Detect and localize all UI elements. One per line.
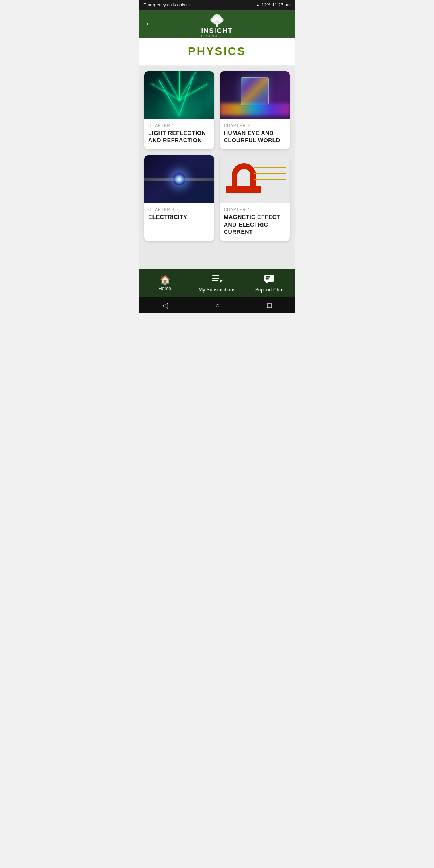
back-button[interactable]: ← [145,18,154,29]
chapter-3-info: CHAPTER 3 ELECTRICITY [144,203,214,226]
support-icon [264,274,274,286]
svg-point-5 [214,15,215,16]
chapter-1-info: CHAPTER 1 LIGHT REFLECTION AND REFRACTIO… [144,119,214,149]
nav-support-label: Support Chat [255,287,284,293]
system-home-button[interactable]: ○ [215,301,220,310]
nav-home-label: Home [158,286,171,291]
chapter-4-info: CHAPTER 4 MAGNETIC EFFECT AND ELECTRIC C… [220,203,290,241]
time-display: 11:23 am [272,2,291,7]
svg-marker-13 [220,279,223,283]
svg-rect-14 [264,275,274,282]
chapter-3-label: CHAPTER 3 [148,207,210,212]
chapter-2-image [220,71,290,119]
svg-point-9 [221,17,222,18]
logo-tree-icon [207,13,227,27]
nav-subscriptions-label: My Subscriptions [199,287,235,293]
status-bar: Emergency calls only ψ ▲ 12% 11:23 am [139,0,295,10]
svg-point-6 [216,14,218,15]
nav-item-support[interactable]: Support Chat [243,269,295,297]
subscriptions-icon [211,274,223,286]
svg-rect-16 [266,278,269,280]
chapter-card-1[interactable]: CHAPTER 1 LIGHT REFLECTION AND REFRACTIO… [144,71,214,149]
chapters-grid: CHAPTER 1 LIGHT REFLECTION AND REFRACTIO… [139,66,295,269]
system-recent-button[interactable]: □ [267,301,272,310]
wifi-icon: ▲ [256,2,260,7]
chapter-1-image [144,71,214,119]
logo-prana-text: PRANA [201,35,219,37]
chapter-4-image [220,155,290,203]
logo-container: PRANA INSIGHT [201,13,233,35]
battery-icon: 12% [262,2,270,7]
page-title-section: PHYSICS [139,38,295,66]
page-title: PHYSICS [143,45,291,58]
chapter-1-title: LIGHT REFLECTION AND REFRACTION [148,129,210,144]
logo-insight-text: INSIGHT [201,27,233,34]
chapter-3-image [144,155,214,203]
svg-marker-17 [266,282,268,284]
status-left-text: Emergency calls only ψ [143,2,190,7]
system-back-button[interactable]: ◁ [162,301,168,310]
svg-rect-15 [266,276,270,278]
home-icon: 🏠 [160,276,170,285]
chapter-card-2[interactable]: CHAPTER 2 HUMAN EYE AND CLOURFUL WORLD [220,71,290,149]
chapter-3-title: ELECTRICITY [148,213,210,221]
svg-point-7 [219,15,220,16]
bottom-nav: 🏠 Home My Subscriptions Support Chat [139,269,295,297]
svg-point-8 [212,17,213,18]
svg-rect-12 [212,280,218,281]
chapter-card-3[interactable]: CHAPTER 3 ELECTRICITY [144,155,214,241]
chapter-2-title: HUMAN EYE AND CLOURFUL WORLD [224,129,286,144]
system-nav: ◁ ○ □ [139,297,295,313]
nav-item-subscriptions[interactable]: My Subscriptions [191,269,243,297]
svg-rect-11 [212,278,219,279]
app-header: ← PRANA INSIGHT [139,10,295,38]
chapter-2-info: CHAPTER 2 HUMAN EYE AND CLOURFUL WORLD [220,119,290,149]
chapter-4-title: MAGNETIC EFFECT AND ELECTRIC CURRENT [224,213,286,235]
chapter-1-label: CHAPTER 1 [148,123,210,128]
nav-item-home[interactable]: 🏠 Home [139,269,191,297]
chapter-4-label: CHAPTER 4 [224,207,286,212]
status-right-icons: ▲ 12% 11:23 am [256,2,291,7]
svg-rect-10 [212,275,219,276]
chapter-card-4[interactable]: CHAPTER 4 MAGNETIC EFFECT AND ELECTRIC C… [220,155,290,241]
chapter-2-label: CHAPTER 2 [224,123,286,128]
